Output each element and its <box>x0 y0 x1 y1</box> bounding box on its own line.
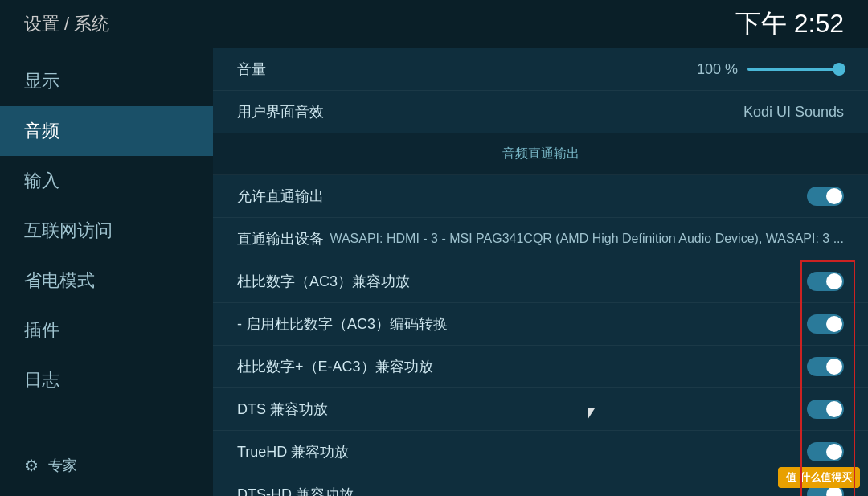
dts-label: DTS 兼容功放 <box>237 400 328 419</box>
sidebar-item-audio[interactable]: 音频 <box>0 106 213 156</box>
allow-passthrough-label: 允许直通输出 <box>237 187 324 206</box>
watermark: 值 什么值得买 <box>778 467 860 488</box>
cursor <box>588 408 595 420</box>
dts-hd-row[interactable]: DTS-HD 兼容功放 <box>213 473 868 496</box>
gear-icon: ⚙ <box>24 456 39 475</box>
dolby-eac3-toggle[interactable] <box>807 357 844 376</box>
sidebar-item-logs[interactable]: 日志 <box>0 355 213 405</box>
sidebar-item-plugins[interactable]: 插件 <box>0 305 213 355</box>
sidebar-item-internet[interactable]: 互联网访问 <box>0 206 213 256</box>
watermark-text: 什么值得买 <box>800 471 852 483</box>
volume-slider[interactable] <box>747 68 844 71</box>
sidebar-footer: ⚙ 专家 <box>0 443 213 488</box>
dolby-ac3-encode-row[interactable]: - 启用杜比数字（AC3）编码转换 <box>213 303 868 346</box>
dolby-ac3-row[interactable]: 杜比数字（AC3）兼容功放 <box>213 260 868 303</box>
header: 设置 / 系统 下午 2:52 <box>0 0 868 48</box>
truehd-row[interactable]: TrueHD 兼容功放 <box>213 431 868 473</box>
ui-sounds-label: 用户界面音效 <box>237 102 324 121</box>
dolby-eac3-row[interactable]: 杜比数字+（E-AC3）兼容功放 <box>213 346 868 388</box>
main-layout: 显示 音频 输入 互联网访问 省电模式 插件 日志 ⚙ 专家 <box>0 48 868 496</box>
passthrough-device-row[interactable]: 直通输出设备 WASAPI: HDMI - 3 - MSI PAG341CQR … <box>213 218 868 260</box>
sidebar-item-label: 显示 <box>24 71 59 91</box>
passthrough-section-title: 音频直通输出 <box>502 146 579 162</box>
truehd-toggle[interactable] <box>807 442 844 461</box>
slider-thumb <box>833 63 845 76</box>
breadcrumb: 设置 / 系统 <box>24 12 109 36</box>
clock: 下午 2:52 <box>735 6 844 42</box>
truehd-label: TrueHD 兼容功放 <box>237 442 349 461</box>
content-area: 音量 100 % 用户界面音效 Kodi UI Sounds 音频直通输出 允许… <box>213 48 868 496</box>
ui-sounds-row[interactable]: 用户界面音效 Kodi UI Sounds <box>213 91 868 133</box>
expert-label: 专家 <box>48 456 77 475</box>
sidebar-item-label: 插件 <box>24 320 59 340</box>
sidebar-item-label: 输入 <box>24 170 59 191</box>
sidebar-item-input[interactable]: 输入 <box>0 156 213 206</box>
passthrough-device-label: 直通输出设备 <box>237 229 324 248</box>
volume-value: 100 % <box>697 61 738 78</box>
dolby-ac3-label: 杜比数字（AC3）兼容功放 <box>237 272 410 291</box>
ui-sounds-value: Kodi UI Sounds <box>743 104 844 121</box>
dolby-eac3-label: 杜比数字+（E-AC3）兼容功放 <box>237 357 433 376</box>
allow-passthrough-toggle[interactable] <box>807 187 844 206</box>
sidebar-item-label: 音频 <box>24 121 59 141</box>
volume-label: 音量 <box>237 59 266 79</box>
sidebar-item-label: 互联网访问 <box>24 220 113 240</box>
sidebar-item-power[interactable]: 省电模式 <box>0 256 213 305</box>
dts-toggle[interactable] <box>807 400 844 419</box>
allow-passthrough-row[interactable]: 允许直通输出 <box>213 175 868 218</box>
volume-row[interactable]: 音量 100 % <box>213 48 868 91</box>
dolby-ac3-encode-label: - 启用杜比数字（AC3）编码转换 <box>237 314 448 334</box>
sidebar-item-label: 省电模式 <box>24 270 95 290</box>
sidebar: 显示 音频 输入 互联网访问 省电模式 插件 日志 ⚙ 专家 <box>0 48 213 496</box>
dts-row[interactable]: DTS 兼容功放 <box>213 388 868 431</box>
volume-control: 100 % <box>697 61 844 78</box>
sidebar-item-display[interactable]: 显示 <box>0 56 213 106</box>
watermark-logo: 值 <box>786 471 796 483</box>
sidebar-nav: 显示 音频 输入 互联网访问 省电模式 插件 日志 <box>0 56 213 405</box>
dolby-ac3-toggle[interactable] <box>807 272 844 291</box>
passthrough-device-value: WASAPI: HDMI - 3 - MSI PAG341CQR (AMD Hi… <box>330 232 844 246</box>
slider-fill <box>747 68 844 71</box>
passthrough-header-row: 音频直通输出 <box>213 133 868 175</box>
dts-hd-label: DTS-HD 兼容功放 <box>237 485 354 496</box>
sidebar-item-label: 日志 <box>24 370 59 390</box>
dolby-ac3-encode-toggle[interactable] <box>807 314 844 334</box>
